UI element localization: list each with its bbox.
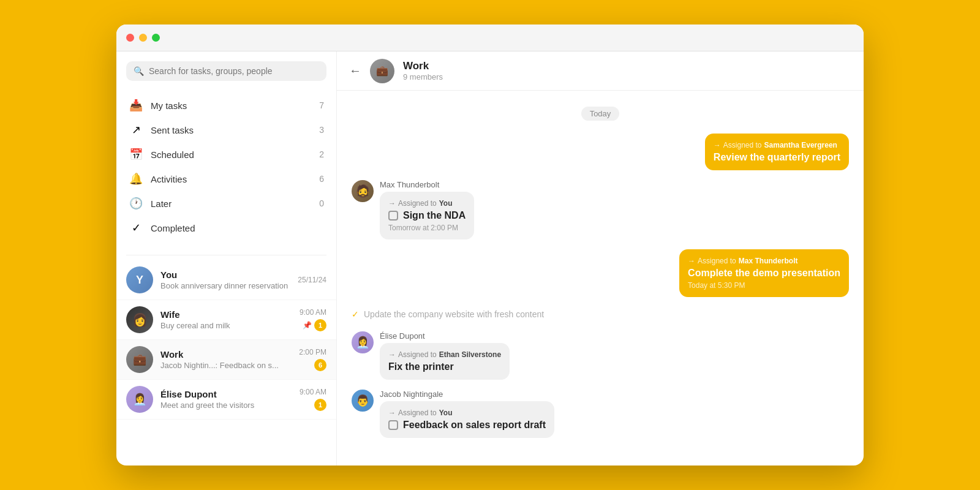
task-row-i1: Sign the NDA	[388, 210, 466, 221]
task-row-i3: Feedback on sales report draft	[388, 420, 546, 431]
app-window: 🔍 📥 My tasks 7 ↗ Sent tasks 3 📅 Schedule…	[116, 24, 864, 466]
chat-name-work: Work	[160, 349, 292, 360]
assigned-line-i2: → Assigned to Ethan Silverstone	[388, 350, 501, 359]
chat-name-wife: Wife	[160, 309, 292, 320]
arrow-icon-1: →	[714, 141, 721, 149]
message-incoming-3: 👨 Jacob Nightingale → Assigned to You	[352, 390, 849, 438]
search-bar[interactable]: 🔍	[126, 61, 326, 81]
msg-content-incoming-3: Jacob Nightingale → Assigned to You Feed…	[380, 390, 554, 438]
checkmark-icon: ✓	[129, 221, 143, 235]
main-chat: ← 💼 Work 9 members Today	[337, 51, 864, 466]
avatar-max: 🧔	[352, 180, 374, 202]
group-name: Work	[403, 60, 443, 72]
chat-name-elise: Élise Dupont	[160, 389, 292, 399]
sidebar-item-later[interactable]: 🕐 Later 0	[121, 191, 331, 216]
minimize-button[interactable]	[139, 34, 147, 42]
my-tasks-count: 7	[319, 100, 324, 110]
chat-item-you[interactable]: Y You Book anniversary dinner reservatio…	[116, 260, 336, 300]
avatar-work: 💼	[126, 346, 153, 373]
chat-time-elise: 9:00 AM	[300, 388, 326, 396]
bubble-incoming-2: → Assigned to Ethan Silverstone Fix the …	[380, 343, 510, 380]
clock-icon: 🕐	[129, 197, 143, 210]
maximize-button[interactable]	[152, 34, 160, 42]
assigned-line-outgoing-2: → Assigned to Max Thunderbolt	[688, 257, 840, 265]
chat-item-elise[interactable]: 👩‍💼 Élise Dupont Meet and greet the visi…	[116, 380, 336, 420]
bell-icon: 🔔	[129, 172, 143, 186]
task-title-i3: Feedback on sales report draft	[403, 420, 546, 431]
arrow-icon-o2: →	[688, 257, 695, 265]
completed-task: ✓ Update the company website with fresh …	[352, 307, 849, 322]
message-outgoing-1: → Assigned to Samantha Evergreen Review …	[352, 134, 849, 170]
badge-elise: 1	[314, 399, 326, 411]
sent-tasks-count: 3	[319, 125, 324, 135]
search-input[interactable]	[149, 66, 319, 76]
chat-meta-wife: 9:00 AM 📌 1	[300, 308, 326, 331]
chat-info-elise: Élise Dupont Meet and greet the visitors	[160, 389, 292, 410]
chat-header-info: Work 9 members	[403, 60, 443, 81]
arrow-icon-i1: →	[388, 199, 396, 208]
chat-preview-elise: Meet and greet the visitors	[160, 401, 292, 410]
later-count: 0	[319, 198, 324, 208]
chat-meta-elise: 9:00 AM 1	[300, 388, 326, 411]
avatar-elise-msg: 👩‍💼	[352, 331, 374, 353]
messages-area: Today → Assigned to Samantha Evergreen R…	[337, 91, 864, 466]
scheduled-label: Scheduled	[151, 149, 312, 160]
bubble-incoming-1: → Assigned to You Sign the NDA Tomorrow …	[380, 192, 474, 239]
avatar-wife: 👩	[126, 306, 153, 333]
task-checkbox-i3[interactable]	[388, 420, 398, 430]
date-label: Today	[352, 108, 849, 119]
badge-work: 6	[314, 359, 326, 371]
task-title-outgoing-1: Review the quarterly report	[714, 152, 840, 163]
sender-elise: Élise Dupont	[380, 331, 510, 341]
chat-time-work: 2:00 PM	[299, 348, 326, 356]
sidebar-item-completed[interactable]: ✓ Completed	[121, 216, 331, 240]
later-label: Later	[151, 198, 312, 209]
app-body: 🔍 📥 My tasks 7 ↗ Sent tasks 3 📅 Schedule…	[116, 51, 864, 466]
chat-time-you: 25/11/24	[298, 276, 326, 284]
chat-item-work[interactable]: 💼 Work Jacob Nightin...: Feedback on s..…	[116, 340, 336, 380]
sidebar-divider	[126, 255, 326, 255]
message-outgoing-2: → Assigned to Max Thunderbolt Complete t…	[352, 249, 849, 297]
chat-meta-work: 2:00 PM 6	[299, 348, 326, 371]
group-members: 9 members	[403, 72, 443, 81]
message-incoming-2: 👩‍💼 Élise Dupont → Assigned to Ethan Sil…	[352, 331, 849, 380]
sidebar-item-my-tasks[interactable]: 📥 My tasks 7	[121, 93, 331, 118]
chat-list: Y You Book anniversary dinner reservatio…	[116, 260, 336, 456]
task-due-o2: Today at 5:30 PM	[688, 281, 840, 290]
sidebar-item-scheduled[interactable]: 📅 Scheduled 2	[121, 142, 331, 167]
task-checkbox-i1[interactable]	[388, 211, 398, 221]
sender-max: Max Thunderbolt	[380, 180, 474, 189]
chat-meta-you: 25/11/24	[298, 276, 326, 284]
chat-info-wife: Wife Buy cereal and milk	[160, 309, 292, 330]
task-due-i1: Tomorrow at 2:00 PM	[388, 224, 466, 232]
inbox-icon: 📥	[129, 99, 143, 112]
group-avatar: 💼	[370, 59, 394, 83]
chat-info-work: Work Jacob Nightin...: Feedback on s...	[160, 349, 292, 370]
task-title-i1: Sign the NDA	[403, 210, 466, 221]
message-incoming-1: 🧔 Max Thunderbolt → Assigned to You S	[352, 180, 849, 239]
msg-content-incoming-2: Élise Dupont → Assigned to Ethan Silvers…	[380, 331, 510, 380]
bubble-incoming-3: → Assigned to You Feedback on sales repo…	[380, 401, 554, 438]
sidebar: 🔍 📥 My tasks 7 ↗ Sent tasks 3 📅 Schedule…	[116, 51, 337, 466]
my-tasks-label: My tasks	[151, 100, 312, 111]
assignee-1: Samantha Evergreen	[764, 141, 837, 149]
sidebar-item-sent-tasks[interactable]: ↗ Sent tasks 3	[121, 118, 331, 142]
search-icon: 🔍	[134, 66, 144, 76]
assignee-i3: You	[439, 409, 453, 417]
completed-check-icon: ✓	[352, 309, 359, 319]
assigned-line-incoming-1: → Assigned to You	[388, 199, 466, 208]
bubble-outgoing-2: → Assigned to Max Thunderbolt Complete t…	[679, 249, 849, 297]
activities-count: 6	[319, 174, 324, 184]
chat-preview-wife: Buy cereal and milk	[160, 321, 292, 330]
task-title-i2: Fix the printer	[388, 361, 501, 372]
chat-preview-work: Jacob Nightin...: Feedback on s...	[160, 361, 292, 370]
avatar-you: Y	[126, 266, 153, 293]
back-button[interactable]: ←	[349, 64, 361, 78]
scheduled-count: 2	[319, 149, 324, 159]
nav-items: 📥 My tasks 7 ↗ Sent tasks 3 📅 Scheduled …	[116, 93, 336, 240]
sidebar-item-activities[interactable]: 🔔 Activities 6	[121, 167, 331, 191]
chat-item-wife[interactable]: 👩 Wife Buy cereal and milk 9:00 AM 📌 1	[116, 300, 336, 340]
close-button[interactable]	[126, 34, 134, 42]
completed-label: Completed	[151, 223, 324, 233]
msg-content-incoming-1: Max Thunderbolt → Assigned to You Sign t…	[380, 180, 474, 239]
